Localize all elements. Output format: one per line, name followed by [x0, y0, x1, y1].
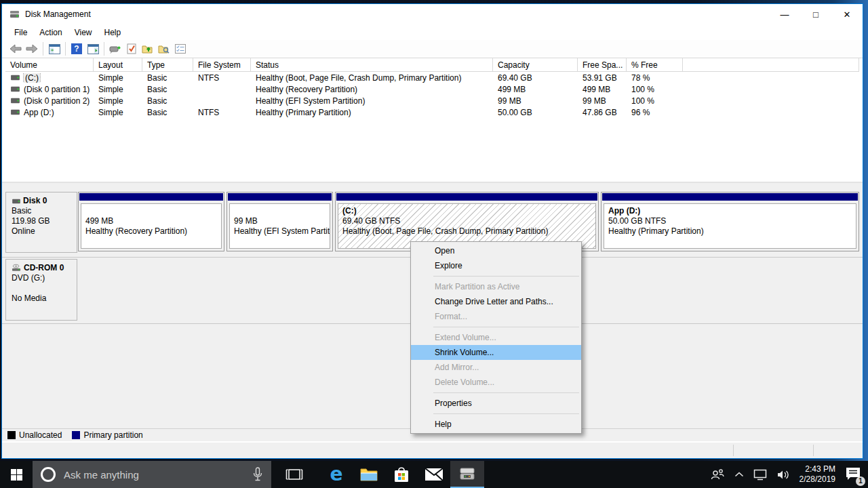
- partition-app-d[interactable]: App (D:) 50.00 GB NTFS Healthy (Primary …: [601, 192, 859, 251]
- menu-item-change-drive-letter[interactable]: Change Drive Letter and Paths...: [411, 294, 581, 309]
- forward-button[interactable]: [24, 41, 40, 56]
- table-row[interactable]: (Disk 0 partition 2) Simple Basic Health…: [5, 95, 859, 106]
- legend-unallocated: Unallocated: [7, 430, 62, 440]
- legend-primary-partition: Primary partition: [72, 430, 142, 440]
- task-view-button[interactable]: [278, 461, 311, 488]
- cdrom-name: CD-ROM 0: [24, 263, 64, 273]
- status-pane-divider: [733, 445, 734, 456]
- action-center-button[interactable]: 1: [845, 466, 861, 483]
- menu-item-explore[interactable]: Explore: [411, 258, 581, 273]
- cortana-search-box[interactable]: Ask me anything: [33, 461, 271, 488]
- volume-name: App (D:): [24, 108, 54, 117]
- menu-file[interactable]: File: [8, 26, 33, 39]
- column-header-status[interactable]: Status: [251, 58, 493, 71]
- microphone-icon[interactable]: [252, 467, 263, 482]
- edge-icon: e: [330, 465, 343, 484]
- menu-item-open[interactable]: Open: [411, 243, 581, 258]
- show-action-pane-button[interactable]: [85, 41, 101, 56]
- back-button[interactable]: [7, 41, 24, 56]
- system-tray: 2:43 PM 2/28/2019 1: [710, 461, 868, 488]
- partition-efi[interactable]: 99 MB Healthy (EFI System Partition): [226, 192, 333, 251]
- network-icon[interactable]: [753, 469, 767, 481]
- partition-size: 99 MB: [234, 216, 326, 226]
- disk0-status: Online: [12, 226, 74, 237]
- cell-fs: NTFS: [193, 108, 251, 117]
- menu-item-extend-volume[interactable]: Extend Volume...: [411, 330, 581, 345]
- disk0-info-panel[interactable]: Disk 0 Basic 119.98 GB Online: [5, 192, 77, 253]
- volume-icon: [10, 74, 20, 81]
- table-row[interactable]: (Disk 0 partition 1) Simple Basic Health…: [5, 83, 859, 95]
- legend-label: Unallocated: [19, 430, 62, 440]
- start-button[interactable]: [0, 461, 33, 488]
- task-view-icon: [285, 468, 303, 481]
- maximize-button[interactable]: □: [800, 4, 831, 24]
- partition-size: 69.40 GB NTFS: [342, 216, 591, 226]
- minimize-button[interactable]: ―: [769, 4, 800, 24]
- cell-type: Basic: [142, 96, 193, 106]
- column-header-free-space[interactable]: Free Spa...: [578, 58, 627, 71]
- table-row[interactable]: App (D:) Simple Basic NTFS Healthy (Prim…: [5, 106, 859, 118]
- popup-window-icon: [109, 45, 121, 54]
- cell-free: 99 MB: [578, 96, 627, 106]
- taskbar-disk-management-button[interactable]: [450, 461, 484, 488]
- column-header-layout[interactable]: Layout: [94, 58, 142, 71]
- popup-window-button[interactable]: [107, 41, 123, 56]
- menu-item-add-mirror[interactable]: Add Mirror...: [411, 360, 581, 375]
- cdrom-info-panel[interactable]: CD-ROM 0 DVD (G:) No Media: [5, 259, 77, 321]
- chevron-up-icon[interactable]: [734, 471, 744, 478]
- partition-color-bar: [336, 193, 597, 201]
- taskbar-mail-button[interactable]: [418, 461, 450, 488]
- menu-item-shrink-volume[interactable]: Shrink Volume...: [411, 345, 581, 360]
- folder-up-button[interactable]: [140, 41, 156, 56]
- speaker-icon[interactable]: [776, 469, 790, 481]
- cdrom-drive: DVD (G:): [12, 273, 74, 283]
- menu-item-format[interactable]: Format...: [411, 309, 581, 324]
- menu-item-help[interactable]: Help: [411, 417, 581, 432]
- close-button[interactable]: ✕: [831, 4, 863, 24]
- cell-type: Basic: [142, 73, 193, 83]
- taskbar-store-button[interactable]: [385, 461, 418, 488]
- taskbar-file-explorer-button[interactable]: [353, 461, 385, 488]
- menu-action[interactable]: Action: [33, 26, 68, 39]
- title-bar[interactable]: Disk Management ― □ ✕: [2, 4, 863, 24]
- column-header-file-system[interactable]: File System: [193, 58, 251, 71]
- cell-pct: 100 %: [627, 96, 683, 106]
- menu-item-delete-volume[interactable]: Delete Volume...: [411, 375, 581, 390]
- menu-separator: [433, 392, 579, 393]
- column-header-pct-free[interactable]: % Free: [627, 58, 683, 71]
- menu-item-properties[interactable]: Properties: [411, 396, 581, 411]
- partition-status: Healthy (Recovery Partition): [85, 226, 217, 237]
- menu-separator: [433, 327, 579, 327]
- menu-view[interactable]: View: [68, 26, 98, 39]
- disk-management-icon: [458, 466, 476, 481]
- menu-separator: [433, 276, 579, 277]
- disk0-size: 119.98 GB: [12, 216, 74, 226]
- people-icon[interactable]: [710, 468, 725, 481]
- volume-icon: [10, 108, 20, 116]
- cortana-icon: [41, 467, 56, 482]
- folder-search-button[interactable]: [156, 41, 172, 56]
- partition-recovery[interactable]: 499 MB Healthy (Recovery Partition): [78, 192, 224, 251]
- menu-item-mark-active[interactable]: Mark Partition as Active: [411, 279, 581, 294]
- toolbar-separator: [65, 42, 66, 56]
- check-document-button[interactable]: [123, 41, 140, 56]
- forward-arrow-icon: [26, 44, 38, 54]
- cell-layout: Simple: [94, 108, 142, 117]
- show-console-tree-button[interactable]: [46, 41, 62, 56]
- legend-label: Primary partition: [83, 430, 142, 440]
- menu-help[interactable]: Help: [98, 26, 127, 39]
- checklist-button[interactable]: [172, 41, 189, 56]
- cell-fs: NTFS: [193, 73, 251, 83]
- search-input[interactable]: Ask me anything: [64, 469, 244, 481]
- column-header-volume[interactable]: Volume: [5, 58, 94, 71]
- taskbar-clock[interactable]: 2:43 PM 2/28/2019: [800, 464, 835, 485]
- help-button[interactable]: ?: [68, 41, 85, 56]
- cell-capacity: 50.00 GB: [493, 108, 578, 117]
- column-header-capacity[interactable]: Capacity: [493, 58, 578, 71]
- column-header-type[interactable]: Type: [142, 58, 193, 71]
- volume-icon: [10, 97, 20, 104]
- volume-name: (Disk 0 partition 1): [24, 85, 90, 94]
- table-row[interactable]: (C:) Simple Basic NTFS Healthy (Boot, Pa…: [5, 72, 859, 83]
- taskbar-edge-button[interactable]: e: [320, 461, 353, 488]
- cell-status: Healthy (Recovery Partition): [251, 85, 493, 94]
